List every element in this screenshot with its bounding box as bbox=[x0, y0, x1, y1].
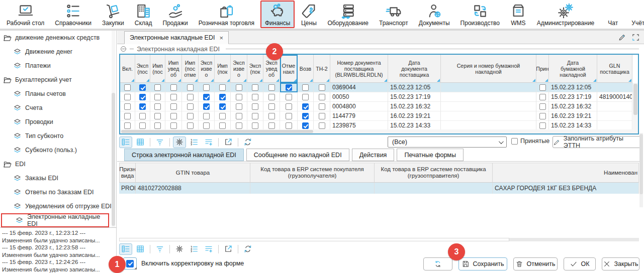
checkbox-cell[interactable] bbox=[215, 83, 231, 92]
column-header[interactable]: Вкл. bbox=[120, 55, 135, 83]
reload-button[interactable] bbox=[241, 243, 254, 255]
refresh-button[interactable] bbox=[423, 257, 452, 270]
fill-ettn-attributes-button[interactable]: Заполнить атрибуты ЭТТН bbox=[553, 136, 641, 148]
row-checkbox[interactable] bbox=[187, 122, 194, 129]
checkbox-cell[interactable] bbox=[150, 102, 165, 111]
ribbon-item-4[interactable]: Продажи bbox=[158, 1, 193, 28]
checkbox-cell[interactable] bbox=[280, 83, 298, 92]
checkbox-cell[interactable] bbox=[215, 111, 231, 121]
checkbox-cell[interactable] bbox=[135, 111, 150, 121]
ribbon-item-12[interactable]: WMS bbox=[506, 1, 531, 28]
row-checkbox[interactable] bbox=[139, 84, 146, 91]
ribbon-item-8[interactable]: Оборудование bbox=[323, 1, 373, 28]
checkbox-cell[interactable] bbox=[314, 92, 330, 102]
detail-tab-3[interactable]: Печатные формы bbox=[397, 149, 464, 161]
row-checkbox[interactable] bbox=[187, 84, 194, 91]
row-checkbox[interactable] bbox=[319, 94, 325, 100]
row-checkbox[interactable] bbox=[170, 103, 177, 110]
ribbon-item-3[interactable]: Склад bbox=[130, 1, 157, 28]
column-header[interactable]: Дата документа поставщика bbox=[388, 55, 441, 83]
row-checkbox[interactable] bbox=[539, 94, 546, 100]
row-checkbox[interactable] bbox=[187, 103, 194, 110]
column-header[interactable]: Серия и номер бумажной накладной bbox=[441, 55, 536, 83]
row-checkbox[interactable] bbox=[203, 122, 210, 129]
column-header[interactable]: Прин bbox=[536, 55, 549, 83]
row-checkbox[interactable] bbox=[268, 113, 275, 119]
column-header[interactable]: GLN поставщика bbox=[597, 55, 632, 83]
column-header[interactable]: ТН-2 bbox=[314, 55, 330, 83]
sidebar-item-9[interactable]: EDI bbox=[0, 157, 117, 171]
column-header[interactable]: Имп (пос bbox=[150, 55, 165, 83]
settings-gear-button[interactable] bbox=[173, 243, 186, 255]
ribbon-item-0[interactable]: Рабочий стол bbox=[2, 1, 49, 28]
row-checkbox[interactable] bbox=[286, 84, 292, 91]
data-cell[interactable]: PROD bbox=[119, 183, 136, 194]
sidebar-vertical-scrollbar[interactable] bbox=[112, 31, 115, 227]
checkbox-cell[interactable] bbox=[182, 102, 199, 111]
detail-tab-2[interactable]: Действия bbox=[352, 149, 395, 161]
row-checkbox[interactable] bbox=[236, 113, 242, 119]
table-row[interactable]: 036904415.02.23 12:0515.02.23 12:05 bbox=[120, 83, 638, 92]
add-rows-button[interactable] bbox=[202, 243, 215, 255]
settings-gear-button[interactable] bbox=[173, 136, 186, 148]
checkbox-cell[interactable] bbox=[135, 102, 150, 111]
checkbox-cell[interactable] bbox=[199, 111, 215, 121]
column-header[interactable]: Дата бумажной накладной bbox=[549, 55, 597, 83]
checkbox-cell[interactable] bbox=[247, 83, 263, 92]
scrollbar-thumb[interactable] bbox=[633, 84, 637, 115]
accepted-checkbox-wrap[interactable]: Принятые bbox=[511, 138, 549, 145]
checkbox-cell[interactable] bbox=[215, 92, 231, 102]
checkbox-cell[interactable] bbox=[150, 92, 165, 102]
sidebar-item-3[interactable]: Бухгалтерский учет bbox=[0, 73, 117, 87]
detail-tab-0[interactable]: Строка электронной накладной EDI bbox=[124, 149, 244, 161]
table-row[interactable]: 0005015.02.23 17:1915.02.23 17:194819000… bbox=[120, 92, 638, 102]
закрыть-button[interactable]: Закрыть bbox=[602, 257, 639, 270]
checkbox-cell[interactable] bbox=[165, 92, 182, 102]
sidebar-item-7[interactable]: Тип субконто bbox=[0, 129, 117, 143]
column-header[interactable]: Возв bbox=[298, 55, 314, 83]
checkbox-cell[interactable] bbox=[215, 102, 231, 111]
ribbon-item-11[interactable]: Производство bbox=[456, 1, 504, 28]
row-checkbox[interactable] bbox=[252, 103, 258, 110]
column-header[interactable]: GTIN товара bbox=[136, 163, 250, 183]
row-checkbox[interactable] bbox=[236, 122, 242, 129]
row-checkbox[interactable] bbox=[154, 113, 161, 119]
column-header[interactable]: Имп (пок bbox=[215, 55, 231, 83]
data-cell[interactable] bbox=[597, 83, 632, 92]
row-checkbox[interactable] bbox=[139, 113, 146, 119]
checkbox-cell[interactable] bbox=[280, 111, 298, 121]
checkbox-cell[interactable] bbox=[263, 111, 280, 121]
horizontal-scrollbar[interactable] bbox=[120, 129, 633, 133]
data-cell[interactable]: 15.02.23 17:19 bbox=[549, 92, 597, 102]
data-cell[interactable] bbox=[441, 111, 536, 121]
checkbox-cell[interactable] bbox=[120, 92, 135, 102]
data-cell[interactable] bbox=[441, 102, 536, 111]
row-checkbox[interactable] bbox=[286, 113, 292, 119]
row-checkbox[interactable] bbox=[219, 84, 226, 91]
column-header[interactable]: Имп (пос отме bbox=[182, 55, 199, 83]
ribbon-item-6[interactable]: Финансы bbox=[260, 1, 295, 28]
сохранить-button[interactable]: Сохранить bbox=[458, 257, 507, 270]
checkbox-cell[interactable] bbox=[231, 102, 247, 111]
scrollbar-thumb[interactable] bbox=[639, 134, 643, 194]
checkbox-cell[interactable] bbox=[231, 83, 247, 92]
column-header[interactable]: Отме накл bbox=[280, 55, 298, 83]
checkbox-cell[interactable] bbox=[135, 92, 150, 102]
row-checkbox[interactable] bbox=[124, 122, 131, 129]
row-checkbox[interactable] bbox=[219, 94, 226, 100]
filter-button[interactable] bbox=[153, 243, 166, 255]
checkbox-cell[interactable] bbox=[280, 92, 298, 102]
row-checkbox[interactable] bbox=[286, 122, 292, 129]
column-header[interactable]: Призн вида bbox=[119, 163, 136, 183]
correction-checkbox[interactable] bbox=[126, 260, 134, 267]
row-checkbox[interactable] bbox=[187, 113, 194, 119]
open-external-button[interactable] bbox=[222, 243, 235, 255]
row-checkbox[interactable] bbox=[319, 103, 325, 110]
numbered-list-button[interactable] bbox=[188, 243, 201, 255]
row-checkbox[interactable] bbox=[236, 84, 242, 91]
row-checkbox[interactable] bbox=[219, 103, 226, 110]
row-checkbox[interactable] bbox=[268, 122, 275, 129]
vertical-scrollbar[interactable] bbox=[639, 133, 643, 207]
ribbon-item-7[interactable]: Цены bbox=[296, 1, 321, 28]
checkbox-cell[interactable] bbox=[263, 83, 280, 92]
